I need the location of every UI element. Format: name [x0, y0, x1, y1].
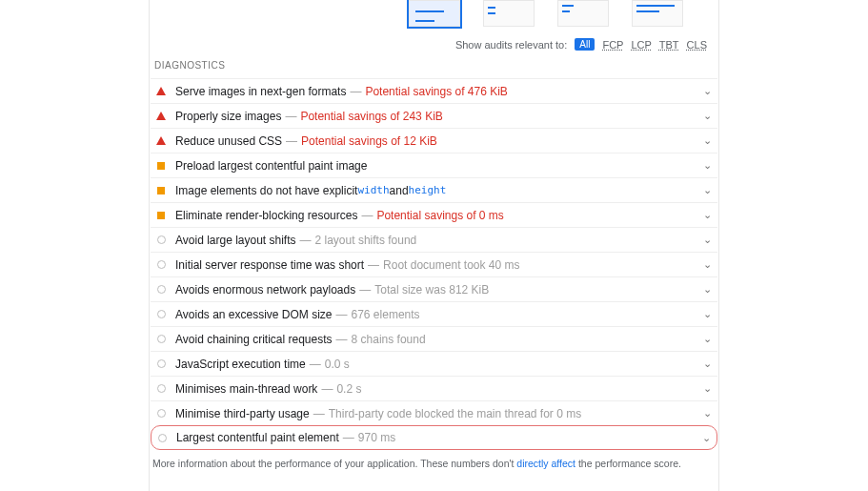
- audit-row[interactable]: Initial server response time was short—R…: [151, 252, 717, 276]
- circle-icon: [157, 335, 166, 343]
- audit-title: Reduce unused CSS: [175, 134, 282, 148]
- audit-detail: 970 ms: [358, 431, 395, 444]
- circle-icon: [157, 235, 166, 244]
- audit-detail: Total size was 812 KiB: [374, 283, 489, 297]
- audit-title: Minimises main-thread work: [175, 382, 317, 396]
- filter-fcp[interactable]: FCP: [602, 39, 623, 51]
- audit-row[interactable]: Largest contentful paint element—970 ms⌄: [151, 425, 717, 450]
- chevron-down-icon: ⌄: [703, 382, 712, 395]
- thumb[interactable]: [557, 0, 609, 27]
- chevron-down-icon: ⌄: [703, 159, 712, 172]
- audit-title: Avoids enormous network payloads: [175, 283, 355, 297]
- audit-row[interactable]: Properly size images—Potential savings o…: [151, 103, 717, 128]
- chevron-down-icon: ⌄: [703, 358, 712, 370]
- square-icon: [157, 162, 165, 170]
- audit-title: Preload largest contentful paint image: [175, 159, 367, 173]
- audit-title: Serve images in next-gen formats: [175, 85, 346, 98]
- thumb-blank: [334, 0, 386, 27]
- filter-all[interactable]: All: [575, 38, 595, 51]
- square-icon: [157, 212, 165, 219]
- chevron-down-icon: ⌄: [703, 184, 712, 196]
- circle-icon: [157, 260, 166, 269]
- chevron-down-icon: ⌄: [703, 333, 712, 345]
- chevron-down-icon: ⌄: [703, 110, 712, 122]
- circle-icon: [157, 384, 166, 393]
- audit-row[interactable]: Avoid chaining critical requests—8 chain…: [151, 326, 717, 351]
- audit-detail: Third-party code blocked the main thread…: [329, 407, 581, 420]
- footer-link[interactable]: directly affect: [516, 458, 575, 469]
- code-token: width: [357, 184, 389, 196]
- chevron-down-icon: ⌄: [703, 209, 712, 221]
- audit-row[interactable]: Avoid large layout shifts—2 layout shift…: [151, 227, 717, 252]
- code-token: height: [409, 184, 447, 196]
- audit-row[interactable]: Minimise third-party usage—Third-party c…: [151, 400, 717, 425]
- thumb[interactable]: [632, 0, 683, 27]
- audit-detail: 0.2 s: [336, 382, 361, 396]
- section-title: DIAGNOSTICS: [151, 56, 717, 78]
- chevron-down-icon: ⌄: [703, 234, 712, 246]
- square-icon: [157, 187, 165, 194]
- audit-detail: 0.0 s: [325, 358, 350, 371]
- triangle-icon: [156, 136, 166, 145]
- audit-row[interactable]: Image elements do not have explicit widt…: [151, 177, 717, 202]
- audit-detail: Root document took 40 ms: [383, 258, 519, 272]
- audit-detail: 8 chains found: [352, 333, 426, 346]
- circle-icon: [157, 310, 166, 318]
- audit-detail: 676 elements: [352, 308, 420, 321]
- audit-row[interactable]: Avoids an excessive DOM size—676 element…: [151, 301, 717, 326]
- audit-detail: Potential savings of 243 KiB: [300, 110, 442, 123]
- chevron-down-icon: ⌄: [702, 432, 711, 444]
- chevron-down-icon: ⌄: [703, 258, 712, 271]
- triangle-icon: [156, 87, 166, 95]
- audit-row[interactable]: Eliminate render-blocking resources—Pote…: [151, 202, 717, 227]
- footer-note: More information about the performance o…: [151, 450, 717, 469]
- audit-row[interactable]: Reduce unused CSS—Potential savings of 1…: [151, 128, 717, 153]
- circle-icon: [157, 359, 166, 368]
- thumb-blank: [186, 0, 237, 27]
- audit-row[interactable]: JavaScript execution time—0.0 s⌄: [151, 351, 717, 376]
- audit-title: Properly size images: [175, 110, 281, 123]
- thumb-blank: [260, 0, 312, 27]
- filter-label: Show audits relevant to:: [455, 39, 567, 51]
- audit-title: Image elements do not have explicit: [175, 184, 357, 197]
- chevron-down-icon: ⌄: [703, 134, 712, 147]
- audit-title: Initial server response time was short: [175, 258, 364, 272]
- audit-filter-bar: Show audits relevant to: All FCP LCP TBT…: [150, 29, 718, 56]
- chevron-down-icon: ⌄: [703, 283, 712, 296]
- audit-detail: 2 layout shifts found: [315, 234, 417, 247]
- chevron-down-icon: ⌄: [703, 308, 712, 320]
- audit-detail: Potential savings of 476 KiB: [365, 85, 507, 98]
- audit-title: Minimise third-party usage: [175, 407, 310, 420]
- chevron-down-icon: ⌄: [703, 85, 712, 97]
- audit-detail: Potential savings of 0 ms: [376, 209, 503, 222]
- triangle-icon: [156, 112, 166, 120]
- filter-lcp[interactable]: LCP: [631, 39, 651, 51]
- audit-row[interactable]: Preload largest contentful paint image⌄: [151, 153, 717, 177]
- audit-detail: Potential savings of 12 KiB: [301, 134, 437, 148]
- audit-title: Avoid chaining critical requests: [175, 333, 333, 346]
- thumb-selected[interactable]: [409, 0, 460, 27]
- audit-title: Avoid large layout shifts: [175, 234, 296, 247]
- audit-row[interactable]: Serve images in next-gen formats—Potenti…: [151, 78, 717, 103]
- filter-tbt[interactable]: TBT: [659, 39, 679, 51]
- circle-icon: [158, 434, 167, 442]
- chevron-down-icon: ⌄: [703, 407, 712, 419]
- audit-title: Largest contentful paint element: [176, 431, 339, 444]
- audit-title: Eliminate render-blocking resources: [175, 209, 357, 222]
- audit-row[interactable]: Minimises main-thread work—0.2 s⌄: [151, 376, 717, 400]
- filter-cls[interactable]: CLS: [687, 39, 707, 51]
- thumb[interactable]: [483, 0, 535, 27]
- audit-row[interactable]: Avoids enormous network payloads—Total s…: [151, 276, 717, 301]
- circle-icon: [157, 285, 166, 294]
- audit-title: JavaScript execution time: [175, 358, 306, 371]
- filmstrip: [150, 0, 718, 29]
- audit-title: Avoids an excessive DOM size: [175, 308, 333, 321]
- circle-icon: [157, 409, 166, 418]
